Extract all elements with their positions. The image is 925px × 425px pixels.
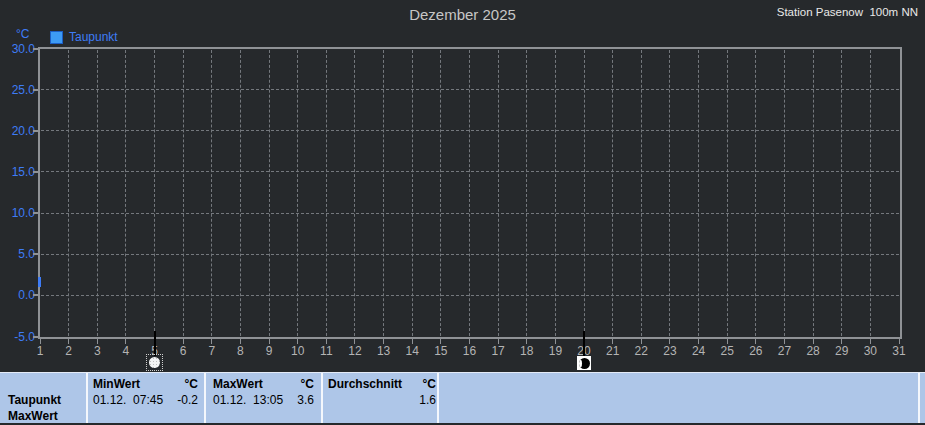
x-axis-label: 9 [256,344,282,358]
x-axis-label: 2 [56,344,82,358]
x-axis-label: 14 [399,344,425,358]
x-axis-tick [755,339,756,344]
x-axis-tick [727,339,728,344]
x-axis-tick [612,339,613,344]
x-axis-tick [40,339,41,344]
table-divider [86,373,88,424]
x-axis-label: 12 [342,344,368,358]
x-axis-label: 27 [771,344,797,358]
x-axis-label: 26 [743,344,769,358]
x-axis-tick [669,339,670,344]
table-divider [437,373,439,424]
x-axis-label: 11 [313,344,339,358]
x-axis-label: 17 [485,344,511,358]
x-axis-tick [469,339,470,344]
x-axis-label: 8 [227,344,253,358]
x-axis-tick [526,339,527,344]
x-axis-label: 6 [170,344,196,358]
x-axis-tick [183,339,184,344]
y-axis-label: 30.0 [1,42,35,56]
x-axis-label: 22 [628,344,654,358]
durchschnitt-value: 1.6 [328,393,436,407]
x-axis-label: 7 [199,344,225,358]
x-axis-label: 25 [714,344,740,358]
x-axis-label: 24 [686,344,712,358]
minwert-value: -0.2 [93,393,198,407]
taupunkt-swatch-icon [50,31,63,44]
x-axis-label: 28 [800,344,826,358]
maxwert-value: 3.6 [213,393,314,407]
x-axis-label: 1 [27,344,53,358]
x-axis-tick [97,339,98,344]
x-axis-label: 30 [857,344,883,358]
new-moon-icon[interactable] [577,356,591,370]
x-axis-tick [555,339,556,344]
x-axis-label: 19 [542,344,568,358]
x-axis-label: 15 [428,344,454,358]
x-axis-tick [813,339,814,344]
table-divider [321,373,323,424]
y-axis-unit-label: °C [16,27,29,41]
x-axis-label: 31 [886,344,912,358]
x-axis-label: 29 [829,344,855,358]
x-axis-tick [870,339,871,344]
x-axis-label: 4 [113,344,139,358]
table-divider [204,373,206,424]
table-divider [918,373,920,424]
stat-table: MinWert °C MaxWert °C Durchschnitt °C Ta… [0,372,925,424]
x-axis-tick [383,339,384,344]
maxwert-unit: °C [213,377,314,391]
x-axis-tick [326,339,327,344]
x-axis-label: 21 [600,344,626,358]
x-axis-tick [354,339,355,344]
row-label-taupunkt: Taupunkt [8,393,61,407]
taupunkt-trace [38,277,41,287]
durchschnitt-unit: °C [328,377,436,391]
moon-crescent-sliver [579,359,582,368]
x-axis-tick [784,339,785,344]
minwert-unit: °C [93,377,198,391]
x-axis-tick [641,339,642,344]
x-axis-tick [211,339,212,344]
y-axis-label: 5.0 [1,247,35,261]
full-moon-icon[interactable] [148,356,161,369]
x-axis-label: 16 [457,344,483,358]
y-axis-label: 25.0 [1,83,35,97]
y-axis-label: 10.0 [1,206,35,220]
y-axis-label: -5.0 [1,330,35,344]
y-axis-label: 15.0 [1,165,35,179]
x-axis-label: 18 [514,344,540,358]
row-label-maxwert: MaxWert [8,409,58,423]
x-axis-tick [440,339,441,344]
plot-area [38,47,902,339]
moon-marker-line [154,331,156,356]
x-axis-tick [498,339,499,344]
weather-chart-window: Dezember 2025 Station Pasenow 100m NN °C… [0,0,925,425]
x-axis-label: 23 [657,344,683,358]
legend: Taupunkt [50,30,118,44]
x-axis-tick [841,339,842,344]
y-axis-label: 20.0 [1,124,35,138]
y-axis-label: 0.0 [1,288,35,302]
x-axis-tick [240,339,241,344]
x-axis-tick [125,339,126,344]
x-axis-tick [68,339,69,344]
x-axis-tick [297,339,298,344]
x-axis-label: 13 [371,344,397,358]
new-moon-disc [579,358,590,369]
x-axis-tick [269,339,270,344]
station-label: Station Pasenow 100m NN [777,6,918,18]
x-axis-tick [698,339,699,344]
x-axis-tick [899,339,900,344]
moon-marker-line [583,331,585,356]
x-axis-label: 10 [285,344,311,358]
legend-series-label: Taupunkt [69,30,118,44]
x-axis-label: 3 [84,344,110,358]
x-axis-tick [412,339,413,344]
full-moon-disc [149,357,160,368]
